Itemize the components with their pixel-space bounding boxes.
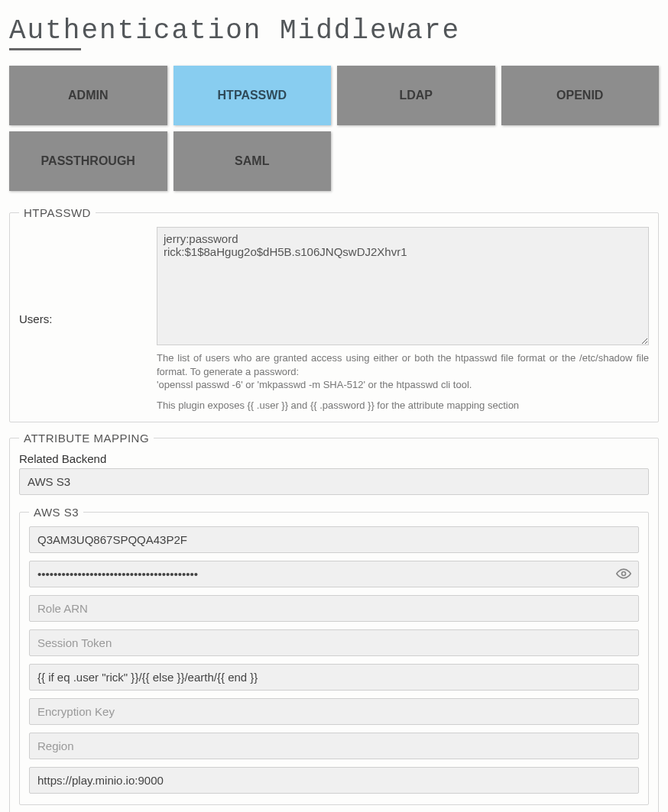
users-help-2: This plugin exposes {{ .user }} and {{ .… [157, 400, 649, 411]
auth-tabs: ADMIN HTPASSWD LDAP OPENID PASSTHROUGH S… [9, 66, 659, 191]
users-textarea[interactable] [157, 227, 649, 345]
s3-session-token-input[interactable] [29, 629, 639, 656]
aws-s3-legend: AWS S3 [29, 506, 83, 519]
page-title-underline: Auth [9, 15, 81, 50]
page-title: Authentication Middleware [9, 15, 659, 50]
tab-ldap[interactable]: LDAP [337, 66, 495, 125]
users-label: Users: [19, 227, 149, 411]
htpasswd-fieldset: HTPASSWD Users: The list of users who ar… [9, 206, 659, 422]
page-title-rest: entication Middleware [81, 15, 460, 47]
s3-path-input[interactable] [29, 664, 639, 691]
s3-region-input[interactable] [29, 733, 639, 759]
s3-encryption-key-input[interactable] [29, 698, 639, 725]
tab-passthrough[interactable]: PASSTHROUGH [9, 131, 167, 191]
s3-role-arn-input[interactable] [29, 595, 639, 622]
users-help-1: The list of users who are granted access… [157, 351, 649, 392]
aws-s3-fieldset: AWS S3 [19, 506, 649, 805]
s3-endpoint-input[interactable] [29, 767, 639, 794]
eye-icon[interactable] [616, 566, 631, 581]
svg-point-0 [622, 572, 626, 576]
s3-access-key-input[interactable] [29, 526, 639, 553]
tab-saml[interactable]: SAML [173, 131, 332, 191]
related-backend-input[interactable] [19, 468, 649, 495]
related-backend-label: Related Backend [19, 452, 649, 465]
tab-htpasswd[interactable]: HTPASSWD [173, 66, 332, 125]
s3-secret-key-input[interactable] [29, 561, 639, 587]
tab-admin[interactable]: ADMIN [9, 66, 167, 125]
attribute-mapping-fieldset: ATTRIBUTE MAPPING Related Backend AWS S3 [9, 432, 659, 812]
attribute-mapping-legend: ATTRIBUTE MAPPING [19, 432, 154, 445]
htpasswd-legend: HTPASSWD [19, 206, 96, 219]
tab-openid[interactable]: OPENID [501, 66, 660, 125]
